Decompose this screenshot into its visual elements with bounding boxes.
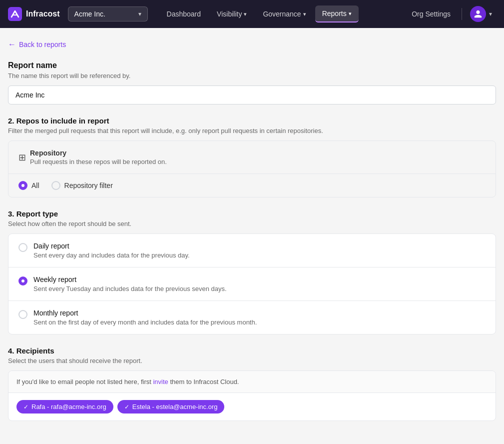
- recipients-tags: ✓ Rafa - rafa@acme-inc.org ✓ Estela - es…: [8, 393, 496, 420]
- logo[interactable]: Infracost: [8, 7, 60, 21]
- radio-monthly: [18, 310, 27, 319]
- recipients-heading: 4. Recipients: [8, 346, 496, 355]
- repo-card-title: Repository: [30, 149, 167, 157]
- report-type-section: 3. Report type Select how often the repo…: [8, 210, 496, 334]
- monthly-report-desc: Sent on the first day of every month and…: [33, 318, 257, 326]
- repo-option-all[interactable]: All: [18, 181, 39, 190]
- nav-dashboard[interactable]: Dashboard: [160, 6, 208, 22]
- recipient-tag-estela[interactable]: ✓ Estela - estela@acme-inc.org: [117, 400, 225, 414]
- invite-link[interactable]: invite: [153, 378, 168, 386]
- back-to-reports-link[interactable]: ← Back to reports: [8, 40, 66, 49]
- recipient-estela-label: Estela - estela@acme-inc.org: [132, 403, 218, 410]
- recipient-tag-rafa[interactable]: ✓ Rafa - rafa@acme-inc.org: [16, 400, 113, 414]
- recipients-note-suffix: them to Infracost Cloud.: [170, 378, 239, 386]
- nav-visibility[interactable]: Visibility ▾: [210, 6, 254, 22]
- weekly-report-title: Weekly report: [33, 276, 227, 284]
- report-name-heading: Report name: [8, 61, 496, 70]
- recipients-note: If you'd like to email people not listed…: [8, 371, 496, 393]
- avatar-chevron: ▾: [489, 10, 492, 18]
- check-icon-rafa: ✓: [23, 404, 28, 410]
- repo-option-filter-label: Repository filter: [64, 182, 113, 190]
- org-name: Acme Inc.: [74, 10, 105, 18]
- check-icon-estela: ✓: [124, 404, 129, 410]
- repos-section: 2. Repos to include in report Filter the…: [8, 116, 496, 198]
- repo-card-header: ⊞ Repository Pull requests in these repo…: [8, 141, 496, 174]
- repos-description: Filter the merged pull requests that thi…: [8, 127, 496, 134]
- svg-rect-0: [8, 7, 22, 21]
- report-option-weekly[interactable]: Weekly report Sent every Tuesday and inc…: [8, 268, 496, 301]
- recipients-description: Select the users that should receive the…: [8, 357, 496, 364]
- reports-chevron: ▾: [349, 10, 352, 17]
- nav-right: Org Settings ▾: [405, 4, 496, 24]
- repo-options: All Repository filter: [8, 174, 496, 197]
- weekly-report-text: Weekly report Sent every Tuesday and inc…: [33, 276, 227, 292]
- weekly-report-desc: Sent every Tuesday and includes data for…: [33, 285, 227, 292]
- radio-weekly: [18, 276, 27, 286]
- report-type-card: Daily report Sent every day and includes…: [8, 234, 496, 334]
- repo-radio-filter: [51, 181, 60, 190]
- avatar-btn[interactable]: ▾: [466, 4, 496, 24]
- repository-icon: ⊞: [18, 152, 26, 163]
- nav-items: Dashboard Visibility ▾ Governance ▾ Repo…: [160, 6, 401, 22]
- monthly-report-title: Monthly report: [33, 309, 257, 317]
- recipients-card: If you'd like to email people not listed…: [8, 370, 496, 421]
- radio-daily: [18, 243, 27, 252]
- governance-chevron: ▾: [303, 11, 306, 18]
- report-option-monthly[interactable]: Monthly report Sent on the first day of …: [8, 301, 496, 334]
- recipient-rafa-label: Rafa - rafa@acme-inc.org: [31, 403, 106, 410]
- repo-card-desc: Pull requests in these repos will be rep…: [30, 158, 167, 166]
- repos-heading: 2. Repos to include in report: [8, 116, 496, 125]
- org-selector[interactable]: Acme Inc. ▾: [68, 6, 148, 22]
- visibility-chevron: ▾: [244, 11, 247, 18]
- nav-divider: [462, 8, 462, 20]
- back-arrow-icon: ←: [8, 40, 16, 49]
- report-name-description: The name this report will be referenced …: [8, 72, 496, 80]
- daily-report-title: Daily report: [33, 242, 190, 250]
- navbar: Infracost Acme Inc. ▾ Dashboard Visibili…: [0, 0, 504, 28]
- org-selector-chevron: ▾: [138, 10, 141, 18]
- report-name-input[interactable]: [8, 86, 496, 104]
- logo-text: Infracost: [26, 10, 60, 18]
- avatar: [470, 6, 486, 22]
- back-link-text: Back to reports: [19, 40, 66, 48]
- nav-reports[interactable]: Reports ▾: [315, 6, 359, 22]
- report-option-daily[interactable]: Daily report Sent every day and includes…: [8, 234, 496, 268]
- recipients-note-prefix: If you'd like to email people not listed…: [16, 378, 151, 386]
- nav-governance[interactable]: Governance ▾: [256, 6, 313, 22]
- org-settings-btn[interactable]: Org Settings: [405, 6, 458, 22]
- recipients-section: 4. Recipients Select the users that shou…: [8, 346, 496, 421]
- repo-radio-all: [18, 181, 27, 190]
- daily-report-desc: Sent every day and includes data for the…: [33, 252, 190, 259]
- daily-report-text: Daily report Sent every day and includes…: [33, 242, 190, 259]
- monthly-report-text: Monthly report Sent on the first day of …: [33, 309, 257, 326]
- logo-icon: [8, 7, 22, 21]
- repo-option-filter[interactable]: Repository filter: [51, 181, 113, 190]
- repo-option-all-label: All: [31, 182, 39, 190]
- report-name-section: Report name The name this report will be…: [8, 61, 496, 104]
- main-content: ← Back to reports Report name The name t…: [0, 28, 504, 433]
- report-type-heading: 3. Report type: [8, 210, 496, 218]
- repos-card: ⊞ Repository Pull requests in these repo…: [8, 140, 496, 198]
- report-type-description: Select how often the report should be se…: [8, 220, 496, 228]
